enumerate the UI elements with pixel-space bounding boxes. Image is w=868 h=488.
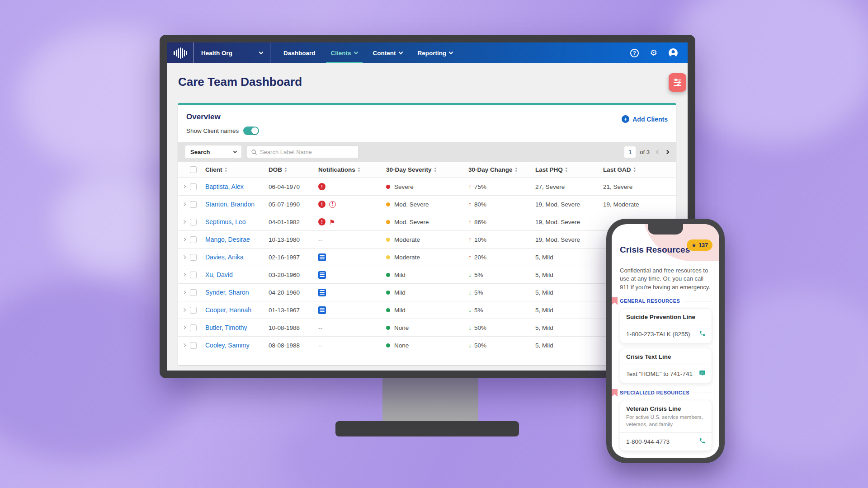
client-name-link[interactable]: Cooley, Sammy	[205, 342, 269, 349]
nav-item-clients[interactable]: Clients	[323, 42, 365, 63]
background-flower	[54, 172, 172, 271]
account-icon[interactable]	[669, 48, 678, 57]
current-page[interactable]: 1	[624, 146, 636, 158]
severity-dot-icon	[386, 308, 390, 312]
points-badge[interactable]: ★ 137	[687, 239, 712, 251]
phone-icon[interactable]	[699, 330, 706, 338]
row-checkbox[interactable]	[190, 342, 197, 349]
gear-icon[interactable]: ⚙	[650, 49, 657, 57]
row-checkbox[interactable]	[190, 307, 197, 314]
row-checkbox[interactable]	[190, 201, 197, 208]
resource-card[interactable]: Crisis Text LineText "HOME" to 741-741	[620, 348, 712, 383]
arrow-down-icon: ↓	[468, 324, 472, 331]
alert-filled-icon[interactable]: !	[318, 183, 326, 190]
column-header-client[interactable]: Client▲▼	[205, 166, 269, 173]
row-expander[interactable]	[178, 185, 190, 188]
sort-icon[interactable]: ▲▼	[515, 167, 518, 173]
alert-filled-icon[interactable]: !	[318, 201, 326, 208]
row-checkbox[interactable]	[190, 324, 197, 331]
select-all-checkbox[interactable]	[190, 166, 197, 173]
column-header-30-day-change[interactable]: 30-Day Change▲▼	[468, 166, 535, 173]
change-value: 5%	[474, 289, 483, 296]
previous-page-icon[interactable]	[656, 150, 660, 154]
nav-item-content[interactable]: Content	[365, 42, 410, 63]
show-client-names-toggle[interactable]	[243, 127, 259, 135]
assessment-list-icon[interactable]	[318, 271, 326, 279]
row-expander[interactable]	[178, 344, 190, 347]
severity-dot-icon	[386, 273, 390, 277]
row-checkbox[interactable]	[190, 254, 197, 261]
column-header-30-day-severity[interactable]: 30-Day Severity▲▼	[386, 166, 468, 173]
column-header-dob[interactable]: DOB▲▼	[269, 166, 318, 173]
row-expander[interactable]	[178, 291, 190, 294]
row-checkbox[interactable]	[190, 272, 197, 278]
filter-fab-button[interactable]	[669, 73, 686, 92]
client-name-link[interactable]: Butler, Timothy	[205, 324, 269, 331]
client-name-link[interactable]: Cooper, Hannah	[205, 306, 269, 314]
column-header-label: DOB	[269, 166, 282, 173]
row-expander[interactable]	[178, 221, 190, 223]
client-name-link[interactable]: Xu, David	[205, 271, 269, 278]
resource-card[interactable]: Suicide Prevention Line1-800-273-TALK (8…	[620, 308, 712, 343]
alert-filled-icon[interactable]: !	[318, 218, 326, 225]
chat-icon[interactable]	[699, 370, 706, 378]
section-label: GENERAL RESOURCES	[620, 298, 680, 304]
bookmark-ribbon-icon	[612, 389, 618, 397]
row-checkbox[interactable]	[190, 219, 197, 225]
org-selector[interactable]: Health Org	[194, 42, 270, 63]
assessment-list-icon[interactable]	[318, 289, 326, 296]
add-clients-button[interactable]: + Add Clients	[622, 115, 668, 123]
row-checkbox[interactable]	[190, 183, 197, 190]
row-checkbox[interactable]	[190, 236, 197, 243]
flag-icon[interactable]: ⚑	[329, 219, 335, 225]
alert-outline-icon[interactable]: !	[329, 201, 336, 208]
severity-label: Severe	[394, 183, 414, 190]
arrow-up-icon: ↑	[468, 201, 472, 208]
resource-title: Veteran Crisis Line	[626, 405, 706, 412]
search-type-select[interactable]: Search	[185, 145, 241, 158]
client-name-link[interactable]: Mango, Desirae	[205, 236, 269, 243]
nav-item-reporting[interactable]: Reporting	[410, 42, 461, 63]
sort-icon[interactable]: ▲▼	[358, 167, 360, 173]
divider	[612, 261, 719, 261]
search-input[interactable]	[260, 149, 354, 155]
change-cell: ↑75%	[468, 183, 535, 190]
assessment-list-icon[interactable]	[318, 253, 326, 261]
row-expander[interactable]	[178, 256, 190, 258]
resource-card[interactable]: Veteran Crisis LineFor active U.S. servi…	[620, 400, 712, 451]
row-expander[interactable]	[178, 203, 190, 206]
client-name-link[interactable]: Septimus, Leo	[205, 218, 269, 225]
row-expander[interactable]	[178, 326, 190, 329]
row-expander[interactable]	[178, 273, 190, 276]
change-cell: ↓5%	[468, 306, 535, 314]
client-name-link[interactable]: Baptista, Alex	[205, 183, 269, 190]
column-header-notifications[interactable]: Notifications▲▼	[318, 166, 386, 173]
arrow-down-icon: ↓	[468, 289, 472, 296]
nav-item-dashboard[interactable]: Dashboard	[276, 42, 323, 63]
row-checkbox[interactable]	[190, 289, 197, 296]
client-name-link[interactable]: Davies, Anika	[205, 253, 269, 261]
sort-icon[interactable]: ▲▼	[565, 167, 568, 173]
help-icon[interactable]: ?	[630, 49, 639, 57]
row-expander[interactable]	[178, 309, 190, 311]
column-header-last-gad[interactable]: Last GAD▲▼	[603, 166, 676, 173]
sort-icon[interactable]: ▲▼	[633, 167, 636, 173]
chevron-right-icon	[182, 308, 186, 312]
column-header-last-phq[interactable]: Last PHQ▲▼	[535, 166, 603, 173]
dob-cell: 10-13-1980	[269, 236, 318, 243]
client-name-link[interactable]: Stanton, Brandon	[205, 201, 269, 208]
assessment-list-icon[interactable]	[318, 306, 326, 314]
table-row: Septimus, Leo04-01-1982!⚑Mod. Severe↑86%…	[178, 213, 676, 231]
search-field[interactable]	[247, 145, 359, 158]
phone-icon[interactable]	[699, 437, 706, 446]
client-name-link[interactable]: Synder, Sharon	[205, 289, 269, 296]
phq-cell: 19, Mod. Severe	[535, 219, 603, 225]
sort-icon[interactable]: ▲▼	[434, 167, 437, 173]
sort-icon[interactable]: ▲▼	[284, 167, 287, 173]
row-expander[interactable]	[178, 238, 190, 241]
sort-icon[interactable]: ▲▼	[225, 167, 227, 173]
resource-title: Suicide Prevention Line	[626, 314, 706, 320]
phq-cell: 5, Mild	[535, 307, 603, 314]
next-page-icon[interactable]	[665, 150, 670, 154]
chevron-down-icon	[233, 149, 237, 153]
